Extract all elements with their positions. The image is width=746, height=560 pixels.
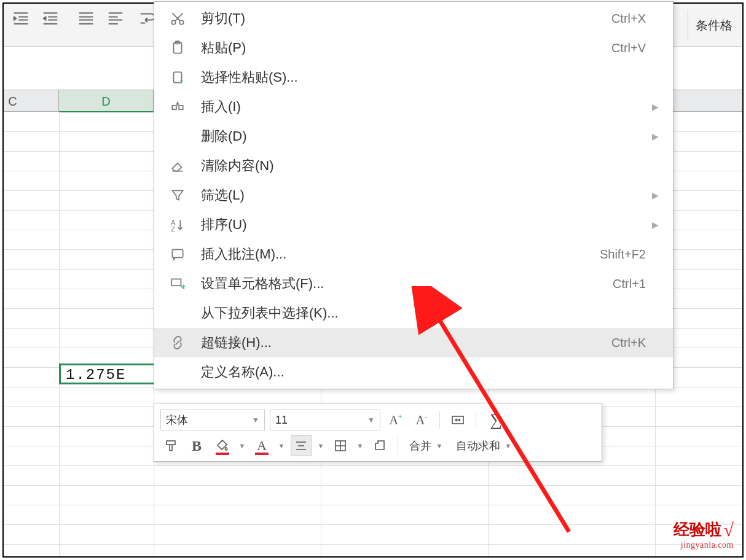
format-cells-icon	[164, 276, 191, 292]
app-frame: 条件格 C D 1.275E	[2, 2, 744, 558]
ctx-hyperlink[interactable]: 超链接(H)... Ctrl+K	[154, 328, 673, 357]
svg-rect-7	[179, 106, 183, 110]
ctx-paste-special[interactable]: ? 选择性粘贴(S)...	[154, 63, 673, 92]
font-color-button[interactable]: A	[251, 435, 272, 456]
font-color-dropdown[interactable]: ▼	[277, 442, 286, 449]
increase-font-icon: A+	[389, 413, 402, 427]
increase-font-button[interactable]: A+	[385, 410, 406, 430]
ctx-filter-label: 筛选(L)	[191, 186, 646, 204]
ctx-define-name[interactable]: 定义名称(A)...	[154, 357, 673, 387]
ctx-cut[interactable]: 剪切(T) Ctrl+X	[154, 4, 673, 33]
align-dropdown[interactable]: ▼	[316, 442, 325, 449]
ctx-paste-shortcut: Ctrl+V	[611, 41, 646, 55]
watermark: 经验啦 √ jingyanla.com	[673, 519, 734, 550]
sigma-icon: ∑	[490, 410, 502, 430]
column-header-d[interactable]: D	[59, 90, 154, 112]
svg-rect-10	[172, 249, 183, 257]
ctx-insert-label: 插入(I)	[191, 98, 646, 116]
svg-rect-6	[172, 106, 176, 110]
ctx-format-cells-shortcut: Ctrl+1	[613, 277, 646, 291]
ctx-format-cells-label: 设置单元格格式(F)...	[191, 274, 613, 293]
ctx-sort-label: 排序(U)	[191, 216, 646, 234]
ctx-insert-comment-label: 插入批注(M)...	[191, 245, 600, 263]
decrease-font-button[interactable]: A-	[411, 410, 432, 430]
ctx-define-name-label: 定义名称(A)...	[191, 363, 646, 381]
ctx-clear[interactable]: 清除内容(N)	[154, 151, 673, 181]
submenu-arrow-icon: ▶	[651, 102, 659, 112]
link-icon	[164, 335, 191, 351]
chevron-down-icon: ▼	[504, 442, 512, 449]
cut-icon	[164, 10, 191, 26]
submenu-arrow-icon: ▶	[651, 131, 659, 141]
paste-icon	[164, 40, 191, 56]
svg-rect-13	[167, 441, 175, 445]
format-painter-icon	[163, 438, 178, 453]
ctx-sort[interactable]: AZ 排序(U) ▶	[154, 210, 673, 239]
ctx-paste[interactable]: 粘贴(P) Ctrl+V	[154, 33, 673, 63]
ctx-insert-comment[interactable]: 插入批注(M)... Shift+F2	[154, 239, 673, 269]
font-name-value: 宋体	[166, 413, 188, 427]
svg-text:Z: Z	[171, 225, 175, 233]
chevron-down-icon: ▼	[435, 442, 444, 449]
font-size-select[interactable]: 11 ▼	[270, 410, 380, 430]
ctx-format-cells[interactable]: 设置单元格格式(F)... Ctrl+1	[154, 269, 673, 298]
paint-bucket-icon	[215, 438, 230, 453]
eraser-icon	[164, 158, 191, 174]
fill-color-button[interactable]	[212, 435, 233, 456]
merge-button[interactable]: 合并 ▼	[406, 435, 447, 456]
decrease-indent-icon[interactable]	[10, 7, 32, 29]
merge-cells-icon	[450, 413, 465, 427]
font-color-icon: A	[257, 438, 267, 454]
shape-icon	[372, 438, 387, 453]
comment-icon	[164, 246, 191, 262]
submenu-arrow-icon: ▶	[651, 190, 659, 200]
ctx-hyperlink-label: 超链接(H)...	[191, 333, 611, 352]
insert-shape-button[interactable]	[369, 435, 390, 456]
merge-label: 合并	[409, 438, 431, 453]
format-painter-button[interactable]	[160, 435, 181, 456]
sort-icon: AZ	[164, 217, 191, 233]
column-header-c[interactable]: C	[0, 90, 59, 112]
ctx-delete[interactable]: 删除(D) ▶	[154, 122, 673, 151]
borders-icon	[333, 438, 348, 453]
ctx-pick-from-list[interactable]: 从下拉列表中选择(K)...	[154, 298, 673, 328]
autosum-button[interactable]: 自动求和 ▼	[452, 435, 516, 456]
mini-toolbar: 宋体 ▼ 11 ▼ A+ A- ∑	[154, 403, 602, 462]
fill-color-dropdown[interactable]: ▼	[238, 442, 246, 449]
ctx-cut-shortcut: Ctrl+X	[611, 12, 646, 26]
align-left-icon[interactable]	[104, 7, 127, 29]
ctx-insert[interactable]: 插入(I) ▶	[154, 92, 673, 122]
bold-button[interactable]: B	[186, 435, 207, 456]
merge-icon-button[interactable]	[447, 410, 468, 430]
submenu-arrow-icon: ▶	[651, 220, 659, 230]
chevron-down-icon: ▼	[361, 416, 375, 424]
ctx-delete-label: 删除(D)	[191, 127, 646, 146]
borders-dropdown[interactable]: ▼	[356, 442, 364, 449]
svg-text:?: ?	[179, 78, 183, 85]
svg-rect-11	[171, 279, 181, 286]
autosum-icon-button[interactable]: ∑	[484, 410, 508, 430]
ctx-insert-comment-shortcut: Shift+F2	[600, 247, 646, 262]
align-center-icon	[294, 438, 308, 453]
bold-icon: B	[192, 438, 202, 454]
conditional-format-label: 条件格	[696, 17, 732, 34]
ctx-pick-from-list-label: 从下拉列表中选择(K)...	[191, 304, 646, 322]
borders-button[interactable]	[330, 435, 351, 456]
align-button[interactable]	[291, 435, 312, 456]
checkmark-icon: √	[724, 519, 734, 540]
increase-indent-icon[interactable]	[39, 7, 61, 29]
font-size-value: 11	[275, 414, 288, 427]
chevron-down-icon: ▼	[246, 416, 259, 424]
insert-icon	[164, 99, 191, 115]
selected-cell-value: 1.275E	[66, 367, 126, 383]
ctx-filter[interactable]: 筛选(L) ▶	[154, 181, 673, 210]
ctx-clear-label: 清除内容(N)	[191, 157, 646, 175]
conditional-format-button[interactable]: 条件格	[688, 10, 740, 41]
filter-icon	[164, 187, 191, 203]
ctx-cut-label: 剪切(T)	[191, 9, 611, 28]
paste-special-icon: ?	[164, 69, 191, 85]
font-name-select[interactable]: 宋体 ▼	[160, 410, 265, 430]
context-menu: 剪切(T) Ctrl+X 粘贴(P) Ctrl+V ? 选择性粘贴(S)... …	[154, 1, 673, 389]
align-justify-icon[interactable]	[75, 7, 97, 29]
autosum-label: 自动求和	[456, 438, 500, 453]
